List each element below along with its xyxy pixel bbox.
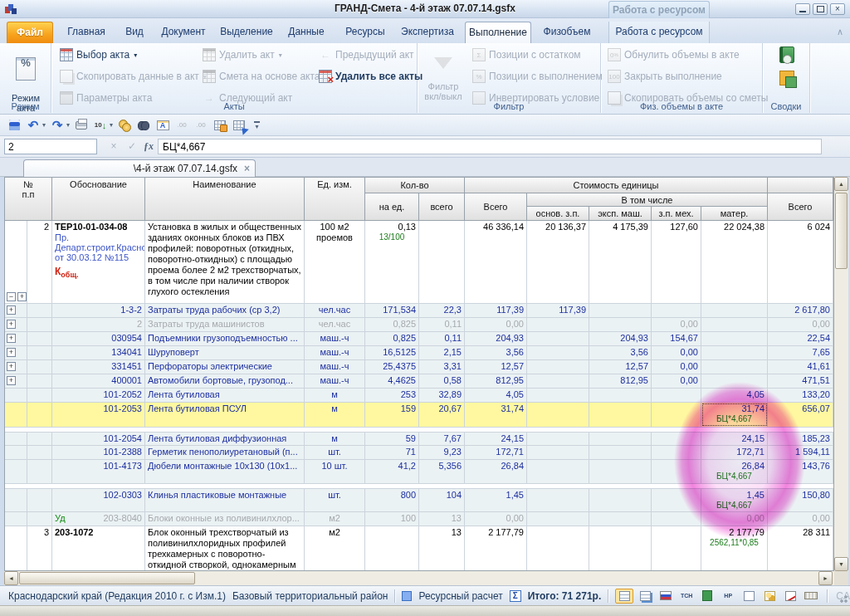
zero-volumes-button[interactable]: 0% Обнулить объемы в акте	[604, 46, 743, 63]
insert-function-icon[interactable]: ƒx	[141, 139, 156, 154]
status-btn-ruler[interactable]	[802, 589, 820, 604]
scroll-down-icon[interactable]: ▼	[834, 557, 848, 571]
status-btn-resources[interactable]	[698, 589, 716, 604]
header-justification[interactable]: Обоснование	[52, 178, 145, 221]
table-row[interactable]: 101-4173Дюбели монтажные 10x130 (10x1...…	[5, 460, 833, 484]
confirm-formula-icon[interactable]: ✓	[125, 139, 139, 154]
search-button[interactable]	[136, 118, 151, 133]
table-row[interactable]: 3203-1072Блок оконный трехстворчатый из …	[5, 526, 833, 571]
delete-all-acts-button[interactable]: × Удалить все акты	[315, 68, 426, 85]
expand-icon[interactable]: +	[7, 334, 16, 343]
table-row[interactable]: +1-3-2Затраты труда рабочих (ср 3,2)чел.…	[5, 304, 833, 318]
undo-dropdown-icon[interactable]: ▾	[42, 121, 46, 129]
text-panel-button[interactable]: A	[155, 118, 170, 133]
table-row[interactable]: 101-2052Лента бутиловаям25332,894,054,05…	[5, 389, 833, 403]
expand-icon[interactable]: −	[7, 292, 16, 301]
status-btn-index[interactable]	[781, 589, 799, 604]
scroll-up-icon[interactable]: ▲	[834, 177, 848, 191]
expand-icon[interactable]: +	[7, 320, 16, 329]
formula-input[interactable]	[158, 139, 822, 154]
close-button[interactable]: ×	[830, 3, 845, 15]
header-unit[interactable]: Ед. изм.	[305, 178, 365, 221]
status-btn-nr[interactable]: НР	[719, 589, 737, 604]
expand-icon[interactable]: +	[7, 362, 16, 371]
delete-act-button[interactable]: Удалить акт ▾	[199, 46, 286, 63]
status-btn-estimate-view[interactable]	[615, 589, 633, 604]
tab-glavnaya[interactable]: Главная	[60, 22, 113, 43]
header-base-wage[interactable]: основ. з.п.	[527, 207, 589, 221]
positions-with-execution-button[interactable]: % Позиции с выполнением	[469, 68, 606, 85]
resize-grip[interactable]	[838, 593, 848, 604]
table-row[interactable]: 102-0303Клинья пластиковые монтажныешт.8…	[5, 488, 833, 512]
table-export-button[interactable]	[232, 118, 247, 133]
status-btn-region[interactable]	[657, 589, 675, 604]
restore-button[interactable]	[813, 3, 828, 15]
header-operator-wage[interactable]: з.п. мех.	[652, 207, 701, 221]
table-row[interactable]: 101-2388Герметик пенополиуретановый (п..…	[5, 446, 833, 460]
resource-document-button[interactable]	[117, 118, 132, 133]
expand-icon[interactable]: +	[7, 376, 16, 385]
tab-vid[interactable]: Вид	[118, 22, 151, 43]
table-row[interactable]: 101-2054Лента бутиловая диффузионнаям597…	[5, 432, 833, 446]
previous-act-button[interactable]: ← Предыдущий акт	[315, 46, 418, 63]
toolbar-options-button[interactable]: ▾	[254, 121, 260, 129]
increase-decimal-button[interactable]: .00	[193, 118, 208, 133]
minimize-button[interactable]	[795, 3, 810, 15]
tab-vydelenie[interactable]: Выделение	[217, 22, 276, 43]
header-machine-cost[interactable]: эксп. маш.	[589, 207, 652, 221]
expand-icon[interactable]: +	[17, 292, 27, 301]
print-button[interactable]	[74, 118, 89, 133]
table-row[interactable]: +030954Подъемники грузоподъемностью ...м…	[5, 332, 833, 346]
status-btn-coins[interactable]	[760, 589, 779, 604]
positions-with-remainder-button[interactable]: Σ Позиции с остатком	[469, 46, 584, 63]
resource-summary-button[interactable]	[776, 46, 798, 63]
tab-resursy[interactable]: Ресурсы	[340, 22, 390, 43]
expand-icon[interactable]: +	[7, 306, 16, 315]
horizontal-scrollbar[interactable]: ◄ ►	[4, 571, 848, 585]
header-npp[interactable]: № п.п	[5, 178, 52, 221]
document-close-icon[interactable]: ×	[244, 163, 250, 174]
tab-rabota-s-resursom[interactable]: Работа с ресурсом	[608, 22, 710, 43]
save-button[interactable]	[7, 118, 22, 133]
header-including[interactable]: В том числе	[527, 193, 768, 207]
name-box[interactable]	[4, 139, 97, 154]
close-execution-button[interactable]: 100 Закрыть выполнение	[604, 68, 725, 85]
header-qty-total[interactable]: всего	[419, 193, 465, 221]
horizontal-scroll-thumb[interactable]	[19, 572, 195, 584]
header-per-unit[interactable]: на ед.	[365, 193, 419, 221]
vertical-scroll-thumb[interactable]	[835, 193, 848, 269]
redo-button[interactable]: ↷	[50, 118, 65, 133]
volumes-summary-button[interactable]	[776, 70, 798, 86]
vertical-scrollbar[interactable]: ▲ ▼	[834, 177, 848, 571]
table-row[interactable]: Уд203-8040Блоки оконные из поливинилхлор…	[5, 512, 833, 526]
undo-button[interactable]: ↶	[26, 118, 41, 133]
expand-icon[interactable]: +	[7, 348, 16, 357]
tab-fizobem[interactable]: Физобъем	[538, 22, 596, 43]
table-row[interactable]: +134041Шуруповертмаш.-ч16,51252,153,563,…	[5, 346, 833, 360]
estimate-from-act-button[interactable]: Смета на основе акта	[199, 68, 324, 85]
select-act-button[interactable]: Выбор акта ▾	[56, 46, 140, 63]
cancel-formula-icon[interactable]: ×	[106, 139, 121, 154]
filter-toggle-button[interactable]: Фильтр вкл/выкл	[421, 46, 466, 101]
header-materials[interactable]: матер.	[701, 207, 768, 221]
table-row[interactable]: 101-2053Лента бутиловая ПСУЛм15920,6731,…	[5, 403, 833, 428]
scroll-right-icon[interactable]: ►	[818, 571, 833, 585]
scroll-left-icon[interactable]: ◄	[4, 571, 18, 585]
tab-dokument[interactable]: Документ	[156, 22, 211, 43]
status-btn-act-view[interactable]	[636, 589, 654, 604]
header-quantity[interactable]: Кол-во	[365, 178, 465, 193]
decrease-decimal-button[interactable]: .00	[174, 118, 189, 133]
redo-dropdown-icon[interactable]: ▾	[66, 121, 70, 129]
header-name[interactable]: Наименование	[145, 178, 305, 221]
table-row[interactable]: +331451Перфораторы электрическиемаш.-ч25…	[5, 360, 833, 374]
tab-ekspertiza[interactable]: Экспертиза	[397, 22, 458, 43]
copy-data-to-act-button[interactable]: Скопировать данные в акт ▾	[56, 68, 210, 85]
document-tab[interactable]: \4-й этаж 07.07.14.gsfx ×	[23, 159, 256, 177]
table-properties-button[interactable]	[212, 118, 227, 133]
tab-dannye[interactable]: Данные	[282, 22, 330, 43]
header-unit-cost[interactable]: Стоимость единицы	[465, 178, 768, 193]
collapse-ribbon-icon[interactable]: ∧	[837, 27, 843, 37]
tab-vypolnenie[interactable]: Выполнение	[465, 22, 531, 43]
sort-button[interactable]: 10 ↓	[93, 118, 108, 133]
status-btn-edit[interactable]	[740, 589, 758, 604]
